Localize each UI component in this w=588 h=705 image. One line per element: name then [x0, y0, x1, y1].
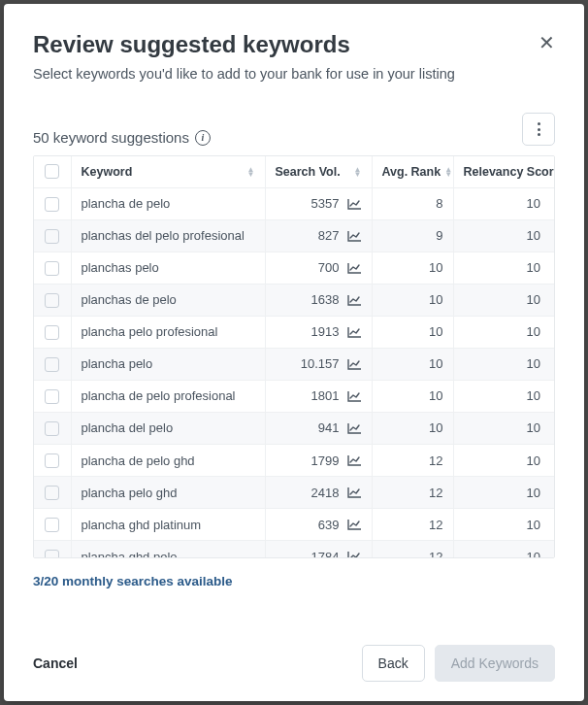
- chart-icon[interactable]: [347, 487, 362, 498]
- keywords-table: Keyword ▲▼ Search Vol. ▲▼ Avg. Rank: [33, 155, 555, 558]
- row-relevancy: 10: [453, 412, 554, 444]
- row-volume: 1801: [311, 388, 340, 403]
- row-keyword: plancha ghd pelo: [71, 541, 265, 557]
- chart-icon[interactable]: [347, 326, 362, 338]
- header-keyword[interactable]: Keyword ▲▼: [71, 156, 265, 187]
- row-rank: 8: [372, 188, 453, 220]
- row-checkbox[interactable]: [45, 486, 59, 500]
- row-checkbox-cell: [34, 445, 71, 477]
- table-header-row: Keyword ▲▼ Search Vol. ▲▼ Avg. Rank: [34, 156, 554, 187]
- row-relevancy: 10: [453, 188, 554, 220]
- row-keyword: plancha del pelo: [71, 412, 265, 444]
- cancel-button[interactable]: Cancel: [33, 655, 78, 671]
- row-volume: 2418: [311, 486, 340, 500]
- row-relevancy: 10: [453, 445, 554, 477]
- row-volume-cell: 1784: [265, 541, 372, 557]
- row-checkbox[interactable]: [45, 518, 59, 532]
- chart-icon[interactable]: [347, 454, 362, 466]
- row-checkbox-cell: [34, 380, 71, 412]
- header-relevancy[interactable]: Relevancy Score ▲▼: [453, 156, 554, 187]
- row-checkbox-cell: [34, 477, 71, 509]
- row-checkbox[interactable]: [45, 293, 59, 308]
- modal-subtitle: Select keywords you'd like to add to you…: [33, 66, 555, 82]
- row-volume-cell: 5357: [265, 188, 372, 220]
- table-row: planchas del pelo profesional827910: [34, 219, 554, 252]
- add-keywords-button[interactable]: Add Keywords: [435, 645, 555, 682]
- modal-header: Review suggested keywords ✕: [33, 31, 555, 58]
- row-checkbox[interactable]: [45, 261, 59, 276]
- close-icon[interactable]: ✕: [539, 31, 555, 52]
- chart-icon[interactable]: [347, 230, 362, 242]
- row-keyword: plancha pelo profesional: [71, 316, 265, 348]
- table-row: plancha pelo ghd24181210: [34, 477, 554, 509]
- row-relevancy: 10: [453, 219, 554, 252]
- row-relevancy: 10: [453, 380, 554, 412]
- row-checkbox[interactable]: [45, 421, 59, 436]
- row-volume: 10.157: [301, 356, 340, 371]
- back-button[interactable]: Back: [362, 645, 425, 682]
- row-volume-cell: 1801: [265, 380, 372, 412]
- header-checkbox-cell: [34, 156, 71, 187]
- table-row: plancha pelo profesional19131010: [34, 316, 554, 348]
- table-row: plancha de pelo profesional18011010: [34, 380, 554, 412]
- row-volume-cell: 1638: [265, 284, 372, 316]
- row-volume-cell: 10.157: [265, 348, 372, 380]
- chart-icon[interactable]: [347, 390, 362, 402]
- chart-icon[interactable]: [347, 519, 362, 530]
- row-relevancy: 10: [453, 316, 554, 348]
- row-checkbox[interactable]: [45, 389, 59, 404]
- row-rank: 10: [372, 348, 453, 380]
- header-search-vol[interactable]: Search Vol. ▲▼: [265, 156, 372, 187]
- row-volume-cell: 1913: [265, 316, 372, 348]
- row-checkbox[interactable]: [45, 325, 59, 340]
- table-row: plancha de pelo5357810: [34, 188, 554, 220]
- row-relevancy: 10: [453, 252, 554, 284]
- chart-icon[interactable]: [347, 358, 362, 370]
- kebab-menu-button[interactable]: [522, 113, 555, 146]
- row-volume-cell: 639: [265, 509, 372, 541]
- row-keyword: plancha de pelo: [71, 188, 265, 220]
- table-row: plancha pelo10.1571010: [34, 348, 554, 380]
- header-avg-rank-label: Avg. Rank: [382, 165, 441, 179]
- row-volume: 1799: [311, 453, 340, 468]
- row-rank: 10: [372, 316, 453, 348]
- row-volume-cell: 827: [265, 219, 372, 252]
- table-body-scroll[interactable]: plancha de pelo5357810planchas del pelo …: [34, 188, 554, 557]
- row-checkbox[interactable]: [45, 453, 59, 468]
- row-keyword: plancha pelo: [71, 348, 265, 380]
- chart-icon[interactable]: [347, 198, 362, 210]
- select-all-checkbox[interactable]: [45, 164, 59, 179]
- header-avg-rank[interactable]: Avg. Rank ▲▼: [372, 156, 453, 187]
- row-rank: 10: [372, 380, 453, 412]
- table-row: plancha del pelo9411010: [34, 412, 554, 444]
- row-volume: 941: [318, 420, 340, 435]
- row-rank: 12: [372, 445, 453, 477]
- row-rank: 12: [372, 477, 453, 509]
- chart-icon[interactable]: [347, 551, 362, 556]
- row-volume: 700: [318, 260, 340, 275]
- row-keyword: plancha ghd platinum: [71, 509, 265, 541]
- modal-footer: Cancel Back Add Keywords: [33, 625, 555, 682]
- row-relevancy: 10: [453, 509, 554, 541]
- row-checkbox-cell: [34, 509, 71, 541]
- table-row: planchas pelo7001010: [34, 252, 554, 284]
- chart-icon[interactable]: [347, 422, 362, 434]
- row-relevancy: 10: [453, 348, 554, 380]
- row-relevancy: 10: [453, 541, 554, 557]
- table-row: plancha de pelo ghd17991210: [34, 445, 554, 477]
- table-row: planchas de pelo16381010: [34, 284, 554, 316]
- row-keyword: plancha pelo ghd: [71, 477, 265, 509]
- row-volume: 827: [318, 228, 340, 243]
- row-checkbox[interactable]: [45, 229, 59, 244]
- chart-icon[interactable]: [347, 294, 362, 306]
- review-keywords-modal: Review suggested keywords ✕ Select keywo…: [4, 4, 584, 701]
- row-checkbox[interactable]: [45, 197, 59, 212]
- row-rank: 10: [372, 284, 453, 316]
- sort-icon: ▲▼: [354, 167, 362, 177]
- row-checkbox[interactable]: [45, 357, 59, 372]
- row-rank: 10: [372, 412, 453, 444]
- row-volume-cell: 2418: [265, 477, 372, 509]
- row-checkbox[interactable]: [45, 550, 59, 556]
- info-icon[interactable]: i: [195, 130, 211, 146]
- chart-icon[interactable]: [347, 262, 362, 274]
